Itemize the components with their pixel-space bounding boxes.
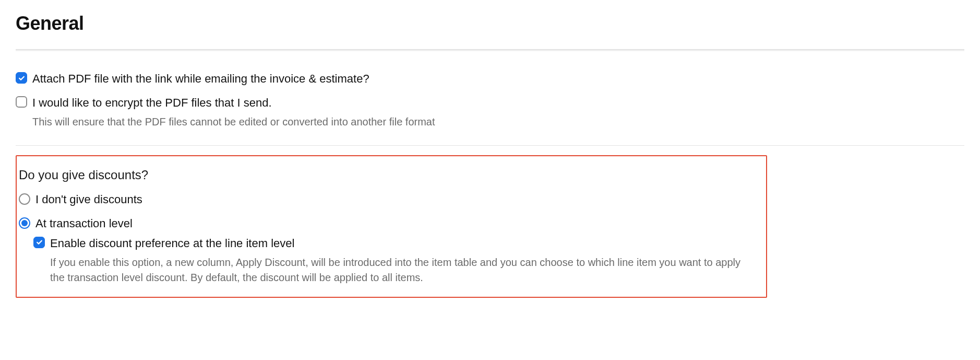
discounts-heading: Do you give discounts? [19, 168, 757, 182]
check-icon [18, 74, 26, 82]
radio-dot-icon [21, 220, 28, 226]
discount-option-transaction-label: At transaction level [35, 216, 133, 231]
discount-option-none-row: I don't give discounts [19, 192, 757, 207]
attach-pdf-checkbox[interactable] [16, 72, 27, 84]
encrypt-pdf-help: This will ensure that the PDF files cann… [16, 114, 964, 130]
check-icon [35, 238, 43, 246]
discount-radio-transaction[interactable] [19, 217, 30, 229]
attach-pdf-row: Attach PDF file with the link while emai… [16, 71, 964, 87]
content-area: Attach PDF file with the link while emai… [0, 51, 980, 298]
discount-option-none-label: I don't give discounts [35, 192, 142, 207]
discount-option-transaction-row: At transaction level [19, 216, 757, 231]
attach-pdf-label: Attach PDF file with the link while emai… [32, 71, 369, 87]
encrypt-pdf-checkbox[interactable] [16, 96, 27, 108]
discounts-section: Do you give discounts? I don't give disc… [16, 155, 767, 298]
page-title: General [16, 13, 964, 34]
line-item-pref-block: Enable discount preference at the line i… [19, 236, 757, 286]
encrypt-pdf-label: I would like to encrypt the PDF files th… [32, 95, 272, 111]
encrypt-pdf-row: I would like to encrypt the PDF files th… [16, 95, 964, 111]
line-item-pref-checkbox[interactable] [33, 237, 45, 248]
line-item-pref-row: Enable discount preference at the line i… [33, 236, 757, 251]
line-item-pref-help: If you enable this option, a new column,… [33, 255, 754, 285]
section-divider [16, 145, 964, 146]
discount-radio-none[interactable] [19, 193, 30, 205]
line-item-pref-label: Enable discount preference at the line i… [50, 236, 294, 251]
page-header: General [0, 0, 980, 49]
pdf-section: Attach PDF file with the link while emai… [16, 51, 964, 146]
